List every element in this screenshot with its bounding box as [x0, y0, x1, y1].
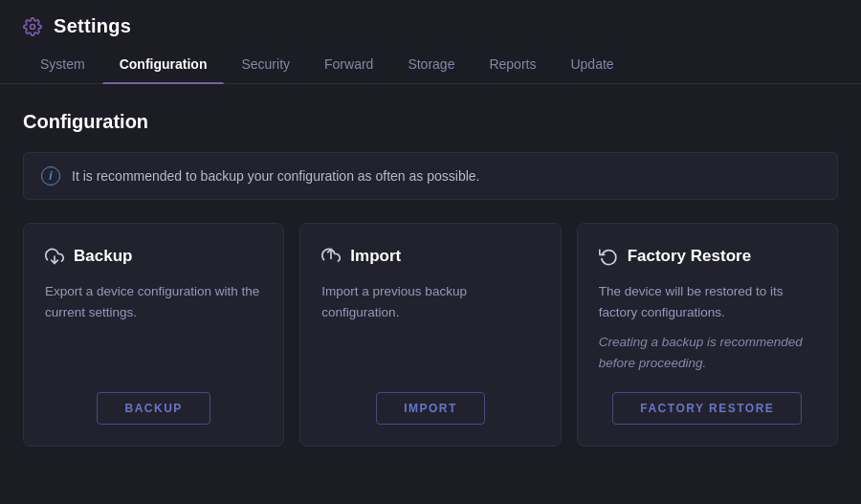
backup-icon [45, 247, 64, 266]
info-banner-text: It is recommended to backup your configu… [72, 168, 479, 184]
info-icon: i [41, 166, 60, 186]
import-icon [321, 247, 341, 266]
backup-card-footer: BACKUP [45, 392, 262, 425]
app-container: Settings System Configuration Security F… [0, 0, 861, 504]
import-card: Import Import a previous backup configur… [299, 223, 561, 447]
tabs-nav: System Configuration Security Forward St… [0, 49, 861, 84]
factory-restore-card-footer: FACTORY RESTORE [599, 392, 816, 425]
info-banner: i It is recommended to backup your confi… [23, 152, 838, 200]
factory-restore-card-header: Factory Restore [599, 247, 816, 266]
factory-restore-card-description: The device will be restored to its facto… [599, 281, 816, 373]
settings-icon [23, 17, 42, 36]
tab-security[interactable]: Security [224, 49, 307, 83]
factory-restore-button[interactable]: FACTORY RESTORE [612, 392, 802, 425]
app-title: Settings [54, 15, 131, 37]
tab-storage[interactable]: Storage [390, 49, 472, 83]
tab-configuration[interactable]: Configuration [102, 49, 225, 83]
svg-point-0 [31, 24, 35, 29]
tab-forward[interactable]: Forward [307, 49, 390, 83]
page-title: Configuration [23, 111, 838, 133]
factory-restore-italic-note: Creating a backup is recommended before … [599, 332, 816, 373]
factory-restore-card-title: Factory Restore [628, 247, 751, 266]
import-card-title: Import [350, 247, 401, 266]
header: Settings [0, 0, 861, 49]
import-card-description: Import a previous backup configuration. [321, 281, 539, 373]
tab-update[interactable]: Update [553, 49, 630, 83]
main-content: Configuration i It is recommended to bac… [0, 84, 861, 504]
import-button[interactable]: IMPORT [376, 392, 485, 425]
cards-grid: Backup Export a device configuration wit… [23, 223, 838, 447]
factory-restore-card: Factory Restore The device will be resto… [577, 223, 838, 447]
tab-reports[interactable]: Reports [472, 49, 553, 83]
backup-card-description: Export a device configuration with the c… [45, 281, 262, 373]
backup-button[interactable]: BACKUP [97, 392, 210, 425]
backup-card-title: Backup [74, 247, 132, 266]
tab-system[interactable]: System [23, 49, 102, 83]
factory-restore-icon [599, 247, 618, 266]
import-card-header: Import [321, 247, 539, 266]
import-card-footer: IMPORT [321, 392, 539, 425]
backup-card: Backup Export a device configuration wit… [23, 223, 284, 447]
backup-card-header: Backup [45, 247, 262, 266]
